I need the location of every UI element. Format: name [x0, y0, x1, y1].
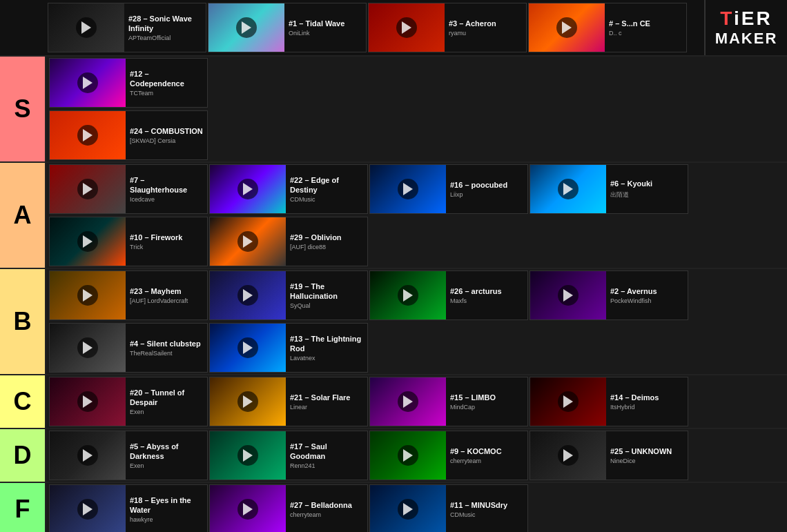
item-card-lim[interactable]: #15 – LIMBOMindCap — [369, 377, 528, 426]
item-card-cod[interactable]: #12 – CodependenceTCTeam — [49, 58, 208, 108]
item-info: #13 – The Lightning RodLavatnex — [286, 331, 367, 365]
item-info: #9 – KOCMOCcherryteam — [446, 444, 527, 467]
item-thumbnail — [50, 270, 126, 320]
header-spacer — [0, 0, 45, 55]
item-info: #26 – arcturusMaxfs — [446, 284, 527, 307]
item-card-sla[interactable]: #7 – SlaughterhouseIcedcave — [49, 164, 208, 214]
item-author: CDMusic — [450, 511, 523, 518]
item-card-poo[interactable]: #16 – poocubedLiixp — [369, 164, 528, 214]
item-card-hall[interactable]: #19 – The HallucinationSyQual — [209, 270, 368, 320]
item-info: # – S...n CED.. c — [605, 16, 686, 39]
item-card-unk[interactable]: #25 – UNKNOWNNineDice — [529, 431, 688, 480]
item-info: #17 – Saul GoodmanRenn241 — [286, 439, 367, 473]
item-info: #16 – poocubedLiixp — [446, 177, 527, 201]
item-author: OniLink — [289, 30, 362, 37]
item-title: #2 – Avernus — [610, 286, 683, 296]
item-info: #23 – Mayhem[AUF] LordVadercraft — [126, 284, 207, 307]
item-card-may[interactable]: #23 – Mayhem[AUF] LordVadercraft — [49, 270, 208, 320]
item-card-ach[interactable]: #3 – Acheronryamu — [368, 3, 527, 52]
item-card-tw[interactable]: #1 – Tidal WaveOniLink — [208, 3, 367, 52]
item-info: #5 – Abyss of DarknessExen — [126, 439, 207, 473]
item-card-ave[interactable]: #2 – AvernusPockeWindfish — [529, 270, 688, 320]
item-info: #14 – DeimosItsHybrid — [606, 390, 688, 413]
item-author: PockeWindfish — [610, 297, 683, 304]
tier-items-a: #7 – SlaughterhouseIcedcave#22 – Edge of… — [45, 163, 787, 268]
item-thumbnail — [210, 164, 286, 214]
item-thumbnail — [50, 164, 126, 214]
item-title: #9 – KOCMOC — [450, 446, 523, 456]
tier-items-f: #18 – Eyes in the Waterhawkyre#27 – Bell… — [45, 483, 787, 532]
item-author: NineDice — [610, 457, 683, 464]
item-card-tod[interactable]: #20 – Tunnel of DespairExen — [49, 377, 208, 426]
item-card-sg[interactable]: #17 – Saul GoodmanRenn241 — [209, 431, 368, 480]
item-author: CDMusic — [290, 196, 363, 203]
branding-accent: T — [720, 8, 734, 29]
item-card-dei[interactable]: #14 – DeimosItsHybrid — [529, 377, 688, 426]
item-info: #15 – LIMBOMindCap — [446, 390, 527, 413]
item-info: #18 – Eyes in the Waterhawkyre — [126, 493, 207, 526]
item-card-sc[interactable]: #4 – Silent clubstepTheRealSailent — [49, 323, 208, 373]
item-title: #12 – Codependence — [130, 69, 203, 89]
item-title: #7 – Slaughterhouse — [130, 175, 203, 195]
tier-row-line: #10 – FireworkTrick#29 – Oblivion[AUF] d… — [46, 215, 787, 268]
item-card-kyo[interactable]: #6 – Kyouki出陌道 — [529, 164, 688, 214]
tier-label-s: S — [0, 57, 45, 161]
tier-items-c: #20 – Tunnel of DespairExen#21 – Solar F… — [45, 375, 787, 428]
item-card-bell[interactable]: #27 – Belladonnacherryteam — [209, 484, 368, 532]
item-card-koc[interactable]: #9 – KOCMOCcherryteam — [369, 431, 528, 480]
item-card-lr[interactable]: #13 – The Lightning RodLavatnex — [209, 323, 368, 373]
item-info: #11 – MINUSdryCDMusic — [446, 497, 527, 521]
tier-label-f: F — [0, 483, 45, 532]
item-thumbnail — [210, 217, 286, 266]
item-thumbnail — [529, 3, 605, 52]
item-title: #28 – Sonic Wave Infinity — [128, 14, 202, 34]
tier-label-c: C — [0, 375, 45, 428]
tier-list: #28 – Sonic Wave InfinityAPTeamOfficial#… — [0, 0, 787, 532]
item-author: Linear — [290, 404, 363, 411]
item-info: #22 – Edge of DestinyCDMusic — [286, 173, 367, 206]
item-card-sf[interactable]: #21 – Solar FlareLinear — [209, 377, 368, 426]
tier-label-d: D — [0, 429, 45, 482]
item-card-eod[interactable]: #22 – Edge of DestinyCDMusic — [209, 164, 368, 214]
item-info: #28 – Sonic Wave InfinityAPTeamOfficial — [124, 11, 206, 45]
item-card-aod[interactable]: #5 – Abyss of DarknessExen — [49, 431, 208, 480]
item-card-ew[interactable]: #18 – Eyes in the Waterhawkyre — [49, 484, 208, 532]
item-info: #25 – UNKNOWNNineDice — [606, 444, 688, 467]
tier-row-f: F#18 – Eyes in the Waterhawkyre#27 – Bel… — [0, 483, 787, 532]
item-author: [AUF] dice88 — [290, 244, 363, 250]
item-author: TCTeam — [130, 90, 203, 97]
item-title: #27 – Belladonna — [290, 500, 363, 510]
header-items: #28 – Sonic Wave InfinityAPTeamOfficial#… — [45, 0, 787, 55]
item-card-fire[interactable]: #10 – FireworkTrick — [49, 217, 208, 266]
item-title: #21 – Solar Flare — [290, 393, 363, 402]
item-author: Lavatnex — [290, 355, 363, 362]
item-author: Exen — [130, 462, 203, 469]
item-card-obl[interactable]: #29 – Oblivion[AUF] dice88 — [209, 217, 368, 266]
item-thumbnail — [208, 3, 284, 52]
branding-text: TiER — [715, 8, 778, 30]
item-card-swi[interactable]: #28 – Sonic Wave InfinityAPTeamOfficial — [48, 3, 206, 52]
item-card-arc[interactable]: #26 – arcturusMaxfs — [369, 270, 528, 320]
item-author: hawkyre — [130, 516, 203, 523]
item-thumbnail — [50, 484, 126, 532]
item-title: #5 – Abyss of Darkness — [130, 442, 203, 462]
item-title: #16 – poocubed — [450, 180, 523, 190]
item-thumbnail — [210, 270, 286, 320]
item-thumbnail — [530, 377, 606, 426]
item-thumbnail — [370, 164, 446, 214]
item-card-comb[interactable]: #24 – COMBUSTION[SKWAD] Cersia — [49, 110, 208, 160]
branding-main: iER — [734, 8, 773, 29]
item-thumbnail — [370, 377, 446, 426]
item-title: #29 – Oblivion — [290, 233, 363, 242]
item-info: #7 – SlaughterhouseIcedcave — [126, 173, 207, 206]
item-author: cherryteam — [450, 457, 523, 464]
item-author: Trick — [130, 244, 203, 250]
item-thumbnail — [370, 270, 446, 320]
item-title: #4 – Silent clubstep — [130, 339, 203, 348]
tier-items-d: #5 – Abyss of DarknessExen#17 – Saul Goo… — [45, 429, 787, 482]
tier-row-line: #24 – COMBUSTION[SKWAD] Cersia — [46, 109, 787, 161]
item-card-s4[interactable]: # – S...n CED.. c — [528, 3, 687, 52]
item-info: #29 – Oblivion[AUF] dice88 — [286, 230, 367, 253]
item-title: #10 – Firework — [130, 233, 203, 242]
item-card-minus[interactable]: #11 – MINUSdryCDMusic — [369, 484, 528, 532]
